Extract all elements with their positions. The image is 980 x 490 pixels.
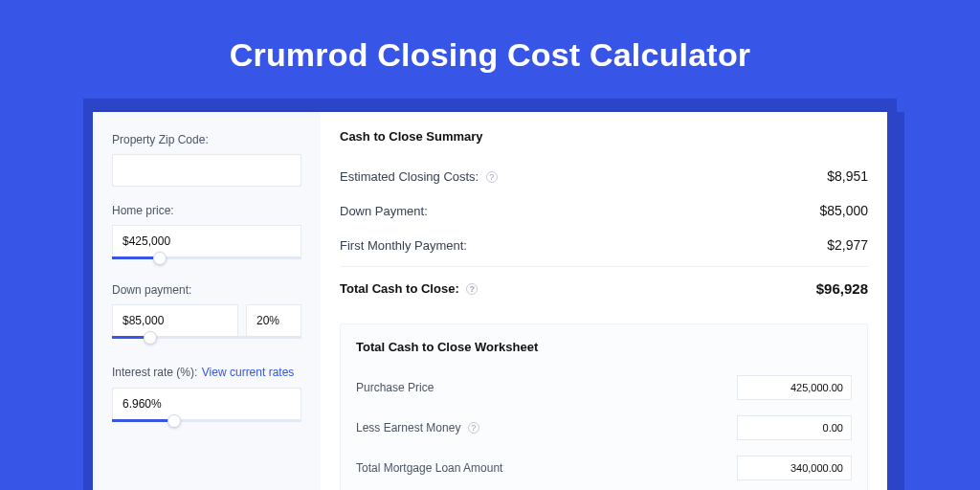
interest-field-group: Interest rate (%): View current rates	[112, 363, 301, 429]
slider-thumb[interactable]	[144, 331, 157, 345]
summary-row: Estimated Closing Costs: ? $8,951	[340, 159, 868, 193]
help-icon[interactable]: ?	[468, 422, 479, 434]
help-icon[interactable]: ?	[466, 283, 478, 295]
card-shadow	[83, 99, 897, 112]
summary-total-label: Total Cash to Close:	[340, 281, 459, 296]
summary-row-label: Estimated Closing Costs:	[340, 169, 479, 184]
summary-total-row: Total Cash to Close: ? $96,928	[340, 266, 868, 306]
zip-label: Property Zip Code:	[112, 133, 301, 146]
slider-thumb[interactable]	[153, 252, 167, 265]
slider-fill	[112, 419, 174, 422]
interest-input[interactable]	[112, 388, 301, 420]
worksheet-row: Purchase Price	[356, 368, 852, 408]
zip-field-group: Property Zip Code:	[112, 133, 301, 187]
zip-input[interactable]	[112, 154, 301, 187]
slider-thumb[interactable]	[167, 414, 181, 428]
mortgage-amount-input[interactable]	[737, 456, 852, 480]
summary-row-value: $8,951	[827, 168, 868, 184]
worksheet-row: Total Mortgage Loan Amount	[356, 448, 852, 488]
input-pane: Property Zip Code: Home price: Down paym…	[93, 112, 321, 490]
summary-row: First Monthly Payment: $2,977	[340, 228, 868, 262]
down-payment-percent-input[interactable]	[246, 304, 301, 337]
down-payment-input[interactable]	[112, 304, 238, 337]
down-payment-slider[interactable]	[112, 336, 301, 345]
view-rates-link[interactable]: View current rates	[202, 366, 295, 379]
summary-row-label: Down Payment:	[340, 204, 428, 218]
summary-title: Cash to Close Summary	[340, 129, 868, 144]
home-price-field-group: Home price:	[112, 204, 301, 266]
earnest-money-input[interactable]	[737, 415, 852, 440]
worksheet-row-label: Purchase Price	[356, 381, 434, 394]
purchase-price-input[interactable]	[737, 375, 852, 400]
worksheet-row-label: Less Earnest Money	[356, 421, 460, 434]
worksheet-panel: Total Cash to Close Worksheet Purchase P…	[340, 323, 868, 490]
help-icon[interactable]: ?	[486, 171, 498, 183]
summary-total-value: $96,928	[816, 280, 868, 297]
worksheet-title: Total Cash to Close Worksheet	[356, 340, 852, 354]
calculator-card: Property Zip Code: Home price: Down paym…	[93, 112, 887, 490]
home-price-input[interactable]	[112, 225, 301, 257]
summary-row-value: $2,977	[827, 237, 868, 253]
home-price-label: Home price:	[112, 204, 301, 217]
home-price-slider[interactable]	[112, 256, 301, 266]
summary-row-value: $85,000	[819, 203, 868, 218]
worksheet-row: Less Earnest Money ?	[356, 408, 852, 448]
worksheet-row-label: Total Mortgage Loan Amount	[356, 461, 502, 475]
summary-row: Down Payment: $85,000	[340, 193, 868, 228]
interest-slider[interactable]	[112, 419, 301, 429]
page-title: Crumrod Closing Cost Calculator	[0, 0, 980, 99]
interest-label: Interest rate (%):	[112, 366, 197, 379]
summary-pane: Cash to Close Summary Estimated Closing …	[321, 112, 887, 490]
down-payment-label: Down payment:	[112, 283, 301, 297]
down-payment-field-group: Down payment:	[112, 283, 301, 345]
summary-row-label: First Monthly Payment:	[340, 238, 467, 253]
